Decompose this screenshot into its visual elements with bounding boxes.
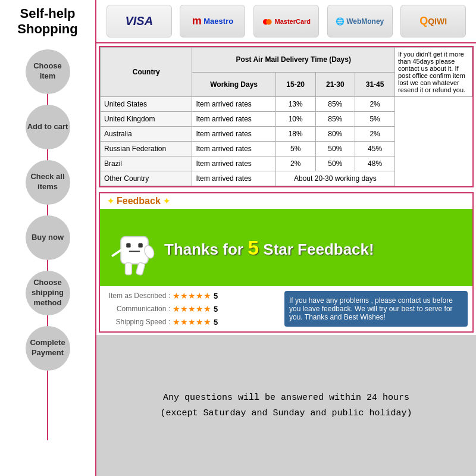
rating-label: Shipping Speed : [105, 318, 170, 326]
cell-d1520: 10% [275, 112, 315, 127]
delivery-row: Russian FederationItem arrived rates5%50… [101, 142, 472, 156]
step-buy-now[interactable]: Buy now [26, 215, 70, 260]
rating-label: Item as Described : [105, 292, 170, 300]
delivery-row: Other CountryItem arrived ratesAbout 20-… [101, 171, 472, 186]
col-1520-header: 15-20 [275, 72, 315, 97]
cell-d2130: 50% [315, 142, 355, 156]
star-number: 5 [248, 236, 259, 259]
cell-d2130: 80% [315, 127, 355, 142]
feedback-contact-text: If you have any problems , please contac… [284, 291, 468, 327]
cell-d1520: 5% [275, 142, 315, 156]
visa-logo: VISA [107, 5, 172, 37]
col-country-header: Country [101, 48, 192, 97]
cell-rates: Item arrived rates [192, 97, 275, 112]
cell-d3145: 45% [355, 142, 395, 156]
svg-line-8 [112, 250, 121, 256]
mascot-svg [108, 215, 161, 280]
footer: Any questions will be answered within 24… [96, 335, 476, 476]
rating-row: Item as Described :★★★★★5 [105, 291, 278, 300]
feedback-ratings: Item as Described :★★★★★5Communication :… [100, 286, 472, 331]
delivery-row: United StatesItem arrived rates13%85%2% [101, 97, 472, 112]
sidebar: Self-help Shopping Choose item Add to ca… [0, 0, 95, 476]
footer-line1: Any questions will be answered within 24… [163, 390, 409, 406]
feedback-banner-text: Thanks for 5 Star Feedback! [164, 236, 468, 260]
cell-d3145: 48% [355, 156, 395, 171]
cell-d3145: 2% [355, 97, 395, 112]
step-complete-payment[interactable]: Complete Payment [26, 326, 70, 371]
cell-country: United Kingdom [101, 112, 192, 127]
cell-country: Australia [101, 127, 192, 142]
maestro-logo: m Maestro [180, 5, 245, 37]
delivery-row: United KingdomItem arrived rates10%85%5% [101, 112, 472, 127]
rating-row: Shipping Speed :★★★★★5 [105, 317, 278, 327]
cell-d1520: 18% [275, 127, 315, 142]
footer-line2: (except Saturday and Sunday and public h… [160, 406, 412, 421]
rating-label: Communication : [105, 305, 170, 313]
col-2130-header: 21-30 [315, 72, 355, 97]
step-choose-shipping[interactable]: Choose shipping method [26, 271, 70, 315]
feedback-title: Feedback [117, 196, 161, 206]
svg-rect-5 [125, 263, 131, 275]
rating-row: Communication :★★★★★5 [105, 304, 278, 314]
svg-rect-2 [126, 243, 130, 248]
rating-stars: ★★★★★ [173, 304, 211, 314]
cell-rates: Item arrived rates [192, 142, 275, 156]
step-add-to-cart[interactable]: Add to cart [26, 105, 70, 149]
rating-stars: ★★★★★ [173, 291, 211, 300]
col-working-days-header: Working Days [192, 72, 275, 97]
cell-d1520: 13% [275, 97, 315, 112]
cell-rates: Item arrived rates [192, 112, 275, 127]
cell-rates: Item arrived rates [192, 127, 275, 142]
cell-rates: Item arrived rates [192, 171, 275, 186]
cell-d3145: 2% [355, 127, 395, 142]
step-check-all-items[interactable]: Check all items [26, 160, 70, 205]
ratings-left: Item as Described :★★★★★5Communication :… [105, 291, 278, 327]
sidebar-title: Self-help Shopping [0, 6, 95, 37]
cell-d2130: 50% [315, 156, 355, 171]
rating-value: 5 [214, 305, 218, 314]
delivery-section: Country Post Air Mail Delivery Time (Day… [99, 46, 474, 187]
more-than-45-cell: If you didn't get it more than 45days pl… [395, 48, 472, 97]
payment-logos-bar: VISA m Maestro ●● MasterCard 🌐 WebMoney … [96, 0, 476, 43]
feedback-banner: Thanks for 5 Star Feedback! [100, 209, 472, 286]
cell-country: Brazil [101, 156, 192, 171]
rating-value: 5 [214, 318, 218, 327]
col-3145-header: 31-45 [355, 72, 395, 97]
step-choose-item[interactable]: Choose item [26, 49, 70, 94]
star-right-icon: ✦ [163, 196, 170, 206]
cell-d2130: 85% [315, 97, 355, 112]
feedback-section: ✦ Feedback ✦ [99, 192, 474, 333]
delivery-row: AustraliaItem arrived rates18%80%2% [101, 127, 472, 142]
qiwi-logo: QQIWI [400, 5, 466, 37]
delivery-row: BrazilItem arrived rates2%50%48% [101, 156, 472, 171]
delivery-time-header: Post Air Mail Delivery Time (Days) [192, 48, 395, 73]
delivery-table: Country Post Air Mail Delivery Time (Day… [100, 47, 472, 186]
cell-country: Other Country [101, 171, 192, 186]
main-content: VISA m Maestro ●● MasterCard 🌐 WebMoney … [95, 0, 476, 476]
cell-special: About 20-30 working days [275, 171, 394, 186]
svg-rect-3 [138, 243, 142, 248]
thanks-post: Star Feedback! [259, 240, 374, 258]
rating-stars: ★★★★★ [173, 317, 211, 327]
webmoney-logo: 🌐 WebMoney [327, 5, 393, 37]
star-left-icon: ✦ [107, 196, 114, 206]
rating-value: 5 [214, 292, 218, 300]
cell-d2130: 85% [315, 112, 355, 127]
cell-d3145: 5% [355, 112, 395, 127]
feedback-header: ✦ Feedback ✦ [100, 193, 472, 209]
feedback-mascot [105, 215, 164, 280]
cell-rates: Item arrived rates [192, 156, 275, 171]
mastercard-logo: ●● MasterCard [253, 5, 319, 37]
thanks-pre: Thanks for [164, 240, 248, 258]
cell-d1520: 2% [275, 156, 315, 171]
cell-country: Russian Federation [101, 142, 192, 156]
cell-country: United States [101, 97, 192, 112]
